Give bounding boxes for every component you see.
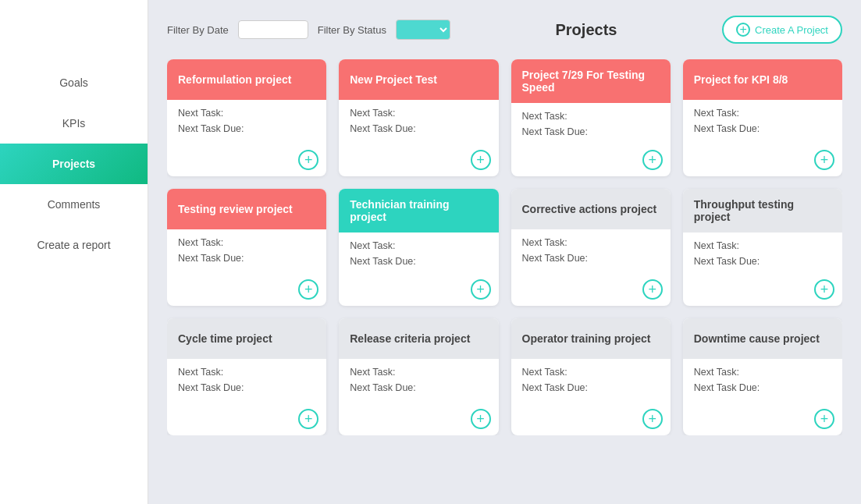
page-title: Projects xyxy=(460,21,713,39)
sidebar-item-kpis[interactable]: KPIs xyxy=(0,103,148,144)
card-header-8: Cycle time project xyxy=(167,318,326,359)
next-task-due-4: Next Task Due: xyxy=(178,253,315,264)
card-header-10: Operator training project xyxy=(511,318,671,359)
sidebar-item-goals[interactable]: Goals xyxy=(0,62,148,103)
next-task-8: Next Task: xyxy=(178,367,315,378)
card-footer-4: + xyxy=(167,276,326,306)
card-body-5: Next Task: Next Task Due: xyxy=(339,232,498,276)
card-header-5: Technician training project xyxy=(339,189,498,232)
add-task-button-2[interactable]: + xyxy=(642,150,663,170)
project-card-7: Throughput testing project Next Task: Ne… xyxy=(683,189,842,306)
card-footer-8: + xyxy=(167,406,326,435)
add-task-button-3[interactable]: + xyxy=(814,150,834,170)
add-task-button-9[interactable]: + xyxy=(471,409,491,429)
card-body-6: Next Task: Next Task Due: xyxy=(511,229,671,276)
next-task-3: Next Task: xyxy=(694,108,831,119)
add-task-button-7[interactable]: + xyxy=(814,279,834,300)
project-card-8: Cycle time project Next Task: Next Task … xyxy=(167,318,326,435)
card-body-2: Next Task: Next Task Due: xyxy=(511,103,671,147)
next-task-6: Next Task: xyxy=(522,237,660,248)
add-task-button-8[interactable]: + xyxy=(298,409,318,429)
card-footer-2: + xyxy=(511,147,671,176)
filter-status-select[interactable] xyxy=(396,20,450,40)
next-task-due-6: Next Task Due: xyxy=(522,253,660,264)
next-task-7: Next Task: xyxy=(694,240,831,251)
card-body-10: Next Task: Next Task Due: xyxy=(511,359,671,406)
card-body-8: Next Task: Next Task Due: xyxy=(167,359,326,406)
add-task-button-4[interactable]: + xyxy=(298,279,318,300)
sidebar-item-comments[interactable]: Comments xyxy=(0,184,148,225)
next-task-due-11: Next Task Due: xyxy=(694,382,831,393)
card-footer-1: + xyxy=(339,147,498,176)
next-task-due-10: Next Task Due: xyxy=(522,382,660,393)
card-header-6: Corrective actions project xyxy=(511,189,671,229)
card-body-1: Next Task: Next Task Due: xyxy=(339,100,498,147)
card-body-11: Next Task: Next Task Due: xyxy=(683,359,842,406)
project-card-1: New Project Test Next Task: Next Task Du… xyxy=(339,59,498,176)
project-card-0: Reformulation project Next Task: Next Ta… xyxy=(167,59,326,176)
next-task-due-5: Next Task Due: xyxy=(350,256,487,267)
next-task-1: Next Task: xyxy=(350,108,487,119)
project-card-2: Project 7/29 For Testing Speed Next Task… xyxy=(511,59,671,176)
plus-circle-icon: + xyxy=(736,23,750,37)
add-task-button-0[interactable]: + xyxy=(298,150,318,170)
card-header-0: Reformulation project xyxy=(167,59,326,100)
sidebar-item-create-report[interactable]: Create a report xyxy=(0,225,148,265)
card-footer-0: + xyxy=(167,147,326,176)
card-body-3: Next Task: Next Task Due: xyxy=(683,100,842,147)
next-task-due-1: Next Task Due: xyxy=(350,123,487,134)
add-task-button-5[interactable]: + xyxy=(471,279,491,300)
project-card-5: Technician training project Next Task: N… xyxy=(339,189,498,306)
sidebar-item-projects[interactable]: Projects xyxy=(0,144,148,184)
card-footer-5: + xyxy=(339,276,498,306)
card-header-4: Testing review project xyxy=(167,189,326,229)
next-task-9: Next Task: xyxy=(350,367,487,378)
next-task-0: Next Task: xyxy=(178,108,315,119)
header: Filter By Date Filter By Status Projects… xyxy=(167,16,842,44)
next-task-4: Next Task: xyxy=(178,237,315,248)
card-body-0: Next Task: Next Task Due: xyxy=(167,100,326,147)
projects-grid: Reformulation project Next Task: Next Ta… xyxy=(167,59,842,435)
project-card-3: Project for KPI 8/8 Next Task: Next Task… xyxy=(683,59,842,176)
card-header-11: Downtime cause project xyxy=(683,318,842,359)
card-body-4: Next Task: Next Task Due: xyxy=(167,229,326,276)
project-card-4: Testing review project Next Task: Next T… xyxy=(167,189,326,306)
filter-status-label: Filter By Status xyxy=(318,24,386,36)
card-header-7: Throughput testing project xyxy=(683,189,842,232)
project-card-6: Corrective actions project Next Task: Ne… xyxy=(511,189,671,306)
card-footer-9: + xyxy=(339,406,498,435)
card-header-9: Release criteria project xyxy=(339,318,498,359)
next-task-2: Next Task: xyxy=(522,111,660,122)
next-task-5: Next Task: xyxy=(350,240,487,251)
next-task-due-7: Next Task Due: xyxy=(694,256,831,267)
card-header-3: Project for KPI 8/8 xyxy=(683,59,842,100)
next-task-due-9: Next Task Due: xyxy=(350,382,487,393)
next-task-due-0: Next Task Due: xyxy=(178,123,315,134)
main-content: Filter By Date Filter By Status Projects… xyxy=(148,0,861,504)
card-footer-3: + xyxy=(683,147,842,176)
card-footer-7: + xyxy=(683,276,842,306)
card-header-2: Project 7/29 For Testing Speed xyxy=(511,59,671,103)
card-body-7: Next Task: Next Task Due: xyxy=(683,232,842,276)
next-task-due-2: Next Task Due: xyxy=(522,126,660,137)
add-task-button-6[interactable]: + xyxy=(642,279,663,300)
card-footer-11: + xyxy=(683,406,842,435)
next-task-due-8: Next Task Due: xyxy=(178,382,315,393)
create-project-button[interactable]: + Create A Project xyxy=(722,16,842,44)
project-card-9: Release criteria project Next Task: Next… xyxy=(339,318,498,435)
sidebar: Goals KPIs Projects Comments Create a re… xyxy=(0,0,148,504)
add-task-button-10[interactable]: + xyxy=(642,409,663,429)
add-task-button-11[interactable]: + xyxy=(814,409,834,429)
card-footer-6: + xyxy=(511,276,671,306)
next-task-11: Next Task: xyxy=(694,367,831,378)
filter-date-input[interactable] xyxy=(238,20,308,39)
filter-date-label: Filter By Date xyxy=(167,24,229,36)
project-card-11: Downtime cause project Next Task: Next T… xyxy=(683,318,842,435)
card-footer-10: + xyxy=(511,406,671,435)
create-button-label: Create A Project xyxy=(755,24,828,36)
card-header-1: New Project Test xyxy=(339,59,498,100)
project-card-10: Operator training project Next Task: Nex… xyxy=(511,318,671,435)
next-task-due-3: Next Task Due: xyxy=(694,123,831,134)
add-task-button-1[interactable]: + xyxy=(471,150,491,170)
next-task-10: Next Task: xyxy=(522,367,660,378)
